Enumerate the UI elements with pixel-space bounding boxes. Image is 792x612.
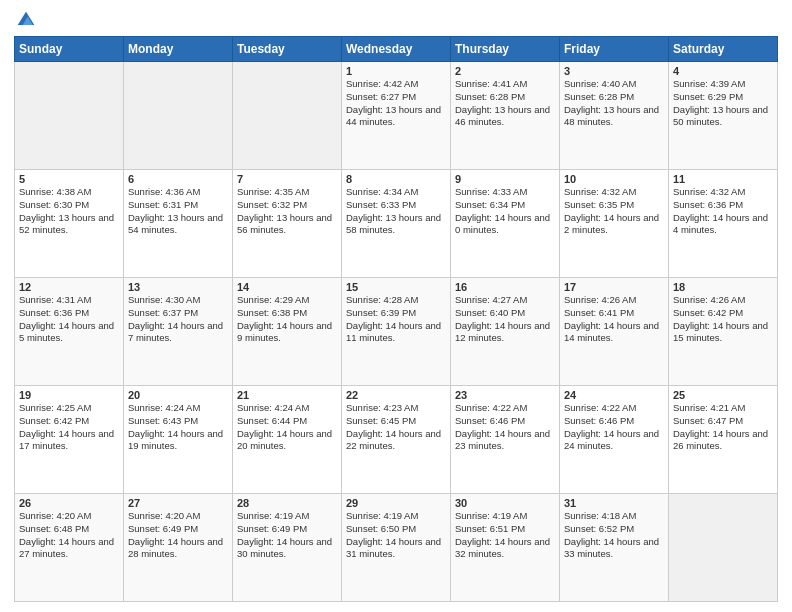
day-cell (233, 62, 342, 170)
day-number: 1 (346, 65, 446, 77)
col-header-wednesday: Wednesday (342, 37, 451, 62)
week-row-5: 26Sunrise: 4:20 AMSunset: 6:48 PMDayligh… (15, 494, 778, 602)
day-number: 22 (346, 389, 446, 401)
day-cell: 2Sunrise: 4:41 AMSunset: 6:28 PMDaylight… (451, 62, 560, 170)
day-number: 12 (19, 281, 119, 293)
day-number: 2 (455, 65, 555, 77)
day-cell: 27Sunrise: 4:20 AMSunset: 6:49 PMDayligh… (124, 494, 233, 602)
day-number: 6 (128, 173, 228, 185)
col-header-monday: Monday (124, 37, 233, 62)
day-info: Sunrise: 4:33 AMSunset: 6:34 PMDaylight:… (455, 186, 555, 237)
col-header-friday: Friday (560, 37, 669, 62)
day-cell: 15Sunrise: 4:28 AMSunset: 6:39 PMDayligh… (342, 278, 451, 386)
day-info: Sunrise: 4:30 AMSunset: 6:37 PMDaylight:… (128, 294, 228, 345)
day-cell (124, 62, 233, 170)
day-info: Sunrise: 4:19 AMSunset: 6:49 PMDaylight:… (237, 510, 337, 561)
day-info: Sunrise: 4:32 AMSunset: 6:36 PMDaylight:… (673, 186, 773, 237)
day-number: 14 (237, 281, 337, 293)
col-header-tuesday: Tuesday (233, 37, 342, 62)
day-cell: 21Sunrise: 4:24 AMSunset: 6:44 PMDayligh… (233, 386, 342, 494)
week-row-2: 5Sunrise: 4:38 AMSunset: 6:30 PMDaylight… (15, 170, 778, 278)
day-cell: 28Sunrise: 4:19 AMSunset: 6:49 PMDayligh… (233, 494, 342, 602)
col-header-sunday: Sunday (15, 37, 124, 62)
week-row-4: 19Sunrise: 4:25 AMSunset: 6:42 PMDayligh… (15, 386, 778, 494)
day-info: Sunrise: 4:22 AMSunset: 6:46 PMDaylight:… (564, 402, 664, 453)
col-header-saturday: Saturday (669, 37, 778, 62)
day-info: Sunrise: 4:25 AMSunset: 6:42 PMDaylight:… (19, 402, 119, 453)
day-number: 31 (564, 497, 664, 509)
day-number: 20 (128, 389, 228, 401)
day-info: Sunrise: 4:20 AMSunset: 6:49 PMDaylight:… (128, 510, 228, 561)
day-number: 16 (455, 281, 555, 293)
day-number: 11 (673, 173, 773, 185)
day-cell (669, 494, 778, 602)
day-info: Sunrise: 4:29 AMSunset: 6:38 PMDaylight:… (237, 294, 337, 345)
day-info: Sunrise: 4:24 AMSunset: 6:44 PMDaylight:… (237, 402, 337, 453)
day-info: Sunrise: 4:21 AMSunset: 6:47 PMDaylight:… (673, 402, 773, 453)
day-cell: 29Sunrise: 4:19 AMSunset: 6:50 PMDayligh… (342, 494, 451, 602)
day-info: Sunrise: 4:18 AMSunset: 6:52 PMDaylight:… (564, 510, 664, 561)
day-info: Sunrise: 4:39 AMSunset: 6:29 PMDaylight:… (673, 78, 773, 129)
day-cell (15, 62, 124, 170)
day-cell: 26Sunrise: 4:20 AMSunset: 6:48 PMDayligh… (15, 494, 124, 602)
day-cell: 4Sunrise: 4:39 AMSunset: 6:29 PMDaylight… (669, 62, 778, 170)
day-info: Sunrise: 4:41 AMSunset: 6:28 PMDaylight:… (455, 78, 555, 129)
day-cell: 19Sunrise: 4:25 AMSunset: 6:42 PMDayligh… (15, 386, 124, 494)
day-number: 7 (237, 173, 337, 185)
day-number: 30 (455, 497, 555, 509)
day-info: Sunrise: 4:19 AMSunset: 6:50 PMDaylight:… (346, 510, 446, 561)
page: SundayMondayTuesdayWednesdayThursdayFrid… (0, 0, 792, 612)
day-number: 19 (19, 389, 119, 401)
day-cell: 5Sunrise: 4:38 AMSunset: 6:30 PMDaylight… (15, 170, 124, 278)
day-info: Sunrise: 4:40 AMSunset: 6:28 PMDaylight:… (564, 78, 664, 129)
day-cell: 18Sunrise: 4:26 AMSunset: 6:42 PMDayligh… (669, 278, 778, 386)
day-info: Sunrise: 4:32 AMSunset: 6:35 PMDaylight:… (564, 186, 664, 237)
logo (14, 10, 36, 30)
day-cell: 16Sunrise: 4:27 AMSunset: 6:40 PMDayligh… (451, 278, 560, 386)
day-info: Sunrise: 4:19 AMSunset: 6:51 PMDaylight:… (455, 510, 555, 561)
day-cell: 17Sunrise: 4:26 AMSunset: 6:41 PMDayligh… (560, 278, 669, 386)
day-info: Sunrise: 4:38 AMSunset: 6:30 PMDaylight:… (19, 186, 119, 237)
day-info: Sunrise: 4:28 AMSunset: 6:39 PMDaylight:… (346, 294, 446, 345)
day-number: 17 (564, 281, 664, 293)
day-cell: 10Sunrise: 4:32 AMSunset: 6:35 PMDayligh… (560, 170, 669, 278)
day-number: 24 (564, 389, 664, 401)
day-cell: 20Sunrise: 4:24 AMSunset: 6:43 PMDayligh… (124, 386, 233, 494)
day-number: 18 (673, 281, 773, 293)
day-cell: 13Sunrise: 4:30 AMSunset: 6:37 PMDayligh… (124, 278, 233, 386)
day-number: 29 (346, 497, 446, 509)
week-row-3: 12Sunrise: 4:31 AMSunset: 6:36 PMDayligh… (15, 278, 778, 386)
day-cell: 11Sunrise: 4:32 AMSunset: 6:36 PMDayligh… (669, 170, 778, 278)
day-cell: 12Sunrise: 4:31 AMSunset: 6:36 PMDayligh… (15, 278, 124, 386)
day-info: Sunrise: 4:34 AMSunset: 6:33 PMDaylight:… (346, 186, 446, 237)
day-cell: 25Sunrise: 4:21 AMSunset: 6:47 PMDayligh… (669, 386, 778, 494)
calendar-header-row: SundayMondayTuesdayWednesdayThursdayFrid… (15, 37, 778, 62)
day-info: Sunrise: 4:26 AMSunset: 6:42 PMDaylight:… (673, 294, 773, 345)
day-cell: 1Sunrise: 4:42 AMSunset: 6:27 PMDaylight… (342, 62, 451, 170)
col-header-thursday: Thursday (451, 37, 560, 62)
day-number: 23 (455, 389, 555, 401)
day-cell: 23Sunrise: 4:22 AMSunset: 6:46 PMDayligh… (451, 386, 560, 494)
day-number: 8 (346, 173, 446, 185)
day-number: 10 (564, 173, 664, 185)
day-cell: 14Sunrise: 4:29 AMSunset: 6:38 PMDayligh… (233, 278, 342, 386)
day-number: 5 (19, 173, 119, 185)
day-number: 21 (237, 389, 337, 401)
day-cell: 24Sunrise: 4:22 AMSunset: 6:46 PMDayligh… (560, 386, 669, 494)
day-cell: 30Sunrise: 4:19 AMSunset: 6:51 PMDayligh… (451, 494, 560, 602)
day-cell: 31Sunrise: 4:18 AMSunset: 6:52 PMDayligh… (560, 494, 669, 602)
day-cell: 3Sunrise: 4:40 AMSunset: 6:28 PMDaylight… (560, 62, 669, 170)
day-info: Sunrise: 4:42 AMSunset: 6:27 PMDaylight:… (346, 78, 446, 129)
day-info: Sunrise: 4:26 AMSunset: 6:41 PMDaylight:… (564, 294, 664, 345)
day-info: Sunrise: 4:31 AMSunset: 6:36 PMDaylight:… (19, 294, 119, 345)
day-number: 27 (128, 497, 228, 509)
header (14, 10, 778, 30)
day-number: 15 (346, 281, 446, 293)
day-info: Sunrise: 4:20 AMSunset: 6:48 PMDaylight:… (19, 510, 119, 561)
day-cell: 9Sunrise: 4:33 AMSunset: 6:34 PMDaylight… (451, 170, 560, 278)
calendar-table: SundayMondayTuesdayWednesdayThursdayFrid… (14, 36, 778, 602)
day-cell: 8Sunrise: 4:34 AMSunset: 6:33 PMDaylight… (342, 170, 451, 278)
day-cell: 22Sunrise: 4:23 AMSunset: 6:45 PMDayligh… (342, 386, 451, 494)
day-info: Sunrise: 4:22 AMSunset: 6:46 PMDaylight:… (455, 402, 555, 453)
day-cell: 6Sunrise: 4:36 AMSunset: 6:31 PMDaylight… (124, 170, 233, 278)
